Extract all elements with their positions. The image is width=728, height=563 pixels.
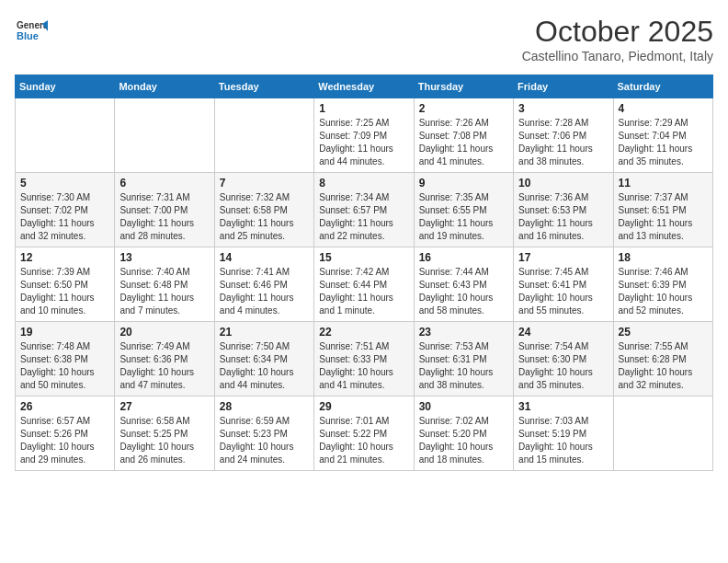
day-number: 20	[119, 326, 209, 339]
week-row-5: 26Sunrise: 6:57 AMSunset: 5:26 PMDayligh…	[16, 396, 713, 471]
calendar-cell	[214, 98, 313, 173]
day-info: Sunrise: 7:37 AMSunset: 6:51 PMDaylight:…	[619, 191, 708, 243]
calendar-cell: 31Sunrise: 7:03 AMSunset: 5:19 PMDayligh…	[514, 396, 613, 471]
calendar-cell: 5Sunrise: 7:30 AMSunset: 7:02 PMDaylight…	[16, 173, 115, 247]
day-info: Sunrise: 7:46 AMSunset: 6:39 PMDaylight:…	[619, 266, 708, 317]
weekday-header-friday: Friday	[514, 75, 613, 98]
calendar-cell	[613, 396, 712, 471]
day-number: 22	[319, 326, 408, 339]
calendar-cell: 26Sunrise: 6:57 AMSunset: 5:26 PMDayligh…	[16, 396, 115, 471]
month-title: October 2025	[522, 15, 713, 49]
day-number: 31	[518, 400, 608, 413]
day-info: Sunrise: 7:39 AMSunset: 6:50 PMDaylight:…	[20, 266, 109, 317]
calendar-cell: 1Sunrise: 7:25 AMSunset: 7:09 PMDaylight…	[314, 98, 414, 173]
calendar-cell: 17Sunrise: 7:45 AMSunset: 6:41 PMDayligh…	[514, 247, 613, 322]
calendar-cell: 2Sunrise: 7:26 AMSunset: 7:08 PMDaylight…	[414, 98, 513, 173]
day-info: Sunrise: 6:59 AMSunset: 5:23 PMDaylight:…	[220, 415, 309, 466]
day-info: Sunrise: 7:01 AMSunset: 5:22 PMDaylight:…	[319, 415, 408, 466]
day-info: Sunrise: 7:32 AMSunset: 6:58 PMDaylight:…	[220, 191, 309, 243]
day-info: Sunrise: 7:54 AMSunset: 6:30 PMDaylight:…	[518, 340, 608, 392]
calendar-cell: 29Sunrise: 7:01 AMSunset: 5:22 PMDayligh…	[314, 396, 414, 471]
calendar-cell: 4Sunrise: 7:29 AMSunset: 7:04 PMDaylight…	[613, 98, 712, 173]
calendar-cell: 24Sunrise: 7:54 AMSunset: 6:30 PMDayligh…	[514, 322, 613, 396]
day-info: Sunrise: 7:45 AMSunset: 6:41 PMDaylight:…	[518, 266, 608, 317]
day-info: Sunrise: 7:41 AMSunset: 6:46 PMDaylight:…	[220, 266, 309, 317]
day-number: 29	[319, 400, 408, 413]
day-info: Sunrise: 7:49 AMSunset: 6:36 PMDaylight:…	[119, 340, 209, 392]
day-info: Sunrise: 7:34 AMSunset: 6:57 PMDaylight:…	[319, 191, 408, 243]
day-info: Sunrise: 7:48 AMSunset: 6:38 PMDaylight:…	[20, 340, 109, 392]
day-number: 11	[619, 177, 708, 190]
day-info: Sunrise: 7:55 AMSunset: 6:28 PMDaylight:…	[619, 340, 708, 392]
calendar-cell: 27Sunrise: 6:58 AMSunset: 5:25 PMDayligh…	[115, 396, 214, 471]
location-subtitle: Castellino Tanaro, Piedmont, Italy	[522, 49, 713, 63]
weekday-header-sunday: Sunday	[16, 75, 115, 98]
week-row-3: 12Sunrise: 7:39 AMSunset: 6:50 PMDayligh…	[16, 247, 713, 322]
calendar-cell: 16Sunrise: 7:44 AMSunset: 6:43 PMDayligh…	[414, 247, 513, 322]
title-area: October 2025 Castellino Tanaro, Piedmont…	[522, 15, 713, 63]
day-info: Sunrise: 7:30 AMSunset: 7:02 PMDaylight:…	[20, 191, 109, 243]
weekday-header-row: SundayMondayTuesdayWednesdayThursdayFrid…	[16, 75, 713, 98]
day-number: 1	[319, 102, 408, 115]
day-info: Sunrise: 7:44 AMSunset: 6:43 PMDaylight:…	[419, 266, 508, 317]
day-number: 14	[220, 251, 309, 264]
week-row-2: 5Sunrise: 7:30 AMSunset: 7:02 PMDaylight…	[16, 173, 713, 247]
week-row-4: 19Sunrise: 7:48 AMSunset: 6:38 PMDayligh…	[16, 322, 713, 396]
day-number: 19	[20, 326, 109, 339]
day-number: 23	[419, 326, 508, 339]
day-number: 4	[619, 102, 708, 115]
day-number: 25	[619, 326, 708, 339]
logo: General Blue	[15, 15, 48, 48]
day-number: 16	[419, 251, 508, 264]
calendar-cell: 13Sunrise: 7:40 AMSunset: 6:48 PMDayligh…	[115, 247, 214, 322]
weekday-header-tuesday: Tuesday	[214, 75, 313, 98]
calendar-cell: 18Sunrise: 7:46 AMSunset: 6:39 PMDayligh…	[613, 247, 712, 322]
day-info: Sunrise: 7:02 AMSunset: 5:20 PMDaylight:…	[419, 415, 508, 466]
calendar-cell: 22Sunrise: 7:51 AMSunset: 6:33 PMDayligh…	[314, 322, 414, 396]
day-info: Sunrise: 7:51 AMSunset: 6:33 PMDaylight:…	[319, 340, 408, 392]
day-number: 17	[518, 251, 608, 264]
calendar-cell	[115, 98, 214, 173]
day-info: Sunrise: 7:40 AMSunset: 6:48 PMDaylight:…	[119, 266, 209, 317]
calendar-cell: 19Sunrise: 7:48 AMSunset: 6:38 PMDayligh…	[16, 322, 115, 396]
day-number: 8	[319, 177, 408, 190]
calendar-cell: 21Sunrise: 7:50 AMSunset: 6:34 PMDayligh…	[214, 322, 313, 396]
day-number: 30	[419, 400, 508, 413]
svg-text:General: General	[17, 20, 48, 30]
day-info: Sunrise: 7:35 AMSunset: 6:55 PMDaylight:…	[419, 191, 508, 243]
day-number: 9	[419, 177, 508, 190]
calendar-cell: 20Sunrise: 7:49 AMSunset: 6:36 PMDayligh…	[115, 322, 214, 396]
weekday-header-wednesday: Wednesday	[314, 75, 414, 98]
calendar-cell: 11Sunrise: 7:37 AMSunset: 6:51 PMDayligh…	[613, 173, 712, 247]
calendar-table: SundayMondayTuesdayWednesdayThursdayFrid…	[15, 75, 713, 471]
weekday-header-thursday: Thursday	[414, 75, 513, 98]
calendar-cell: 30Sunrise: 7:02 AMSunset: 5:20 PMDayligh…	[414, 396, 513, 471]
calendar-cell: 9Sunrise: 7:35 AMSunset: 6:55 PMDaylight…	[414, 173, 513, 247]
day-number: 2	[419, 102, 508, 115]
day-number: 27	[119, 400, 209, 413]
day-number: 5	[20, 177, 109, 190]
day-info: Sunrise: 7:53 AMSunset: 6:31 PMDaylight:…	[419, 340, 508, 392]
day-number: 21	[220, 326, 309, 339]
week-row-1: 1Sunrise: 7:25 AMSunset: 7:09 PMDaylight…	[16, 98, 713, 173]
day-info: Sunrise: 7:42 AMSunset: 6:44 PMDaylight:…	[319, 266, 408, 317]
day-number: 6	[119, 177, 209, 190]
day-info: Sunrise: 7:36 AMSunset: 6:53 PMDaylight:…	[518, 191, 608, 243]
day-info: Sunrise: 7:28 AMSunset: 7:06 PMDaylight:…	[518, 117, 608, 168]
day-info: Sunrise: 7:26 AMSunset: 7:08 PMDaylight:…	[419, 117, 508, 168]
day-number: 24	[518, 326, 608, 339]
weekday-header-saturday: Saturday	[613, 75, 712, 98]
calendar-cell: 14Sunrise: 7:41 AMSunset: 6:46 PMDayligh…	[214, 247, 313, 322]
calendar-cell: 7Sunrise: 7:32 AMSunset: 6:58 PMDaylight…	[214, 173, 313, 247]
day-number: 13	[119, 251, 209, 264]
calendar-cell: 23Sunrise: 7:53 AMSunset: 6:31 PMDayligh…	[414, 322, 513, 396]
day-number: 3	[518, 102, 608, 115]
day-info: Sunrise: 7:29 AMSunset: 7:04 PMDaylight:…	[619, 117, 708, 168]
calendar-cell	[16, 98, 115, 173]
day-info: Sunrise: 7:03 AMSunset: 5:19 PMDaylight:…	[518, 415, 608, 466]
svg-text:Blue: Blue	[17, 30, 39, 41]
calendar-cell: 15Sunrise: 7:42 AMSunset: 6:44 PMDayligh…	[314, 247, 414, 322]
day-info: Sunrise: 6:57 AMSunset: 5:26 PMDaylight:…	[20, 415, 109, 466]
calendar-cell: 8Sunrise: 7:34 AMSunset: 6:57 PMDaylight…	[314, 173, 414, 247]
calendar-cell: 3Sunrise: 7:28 AMSunset: 7:06 PMDaylight…	[514, 98, 613, 173]
